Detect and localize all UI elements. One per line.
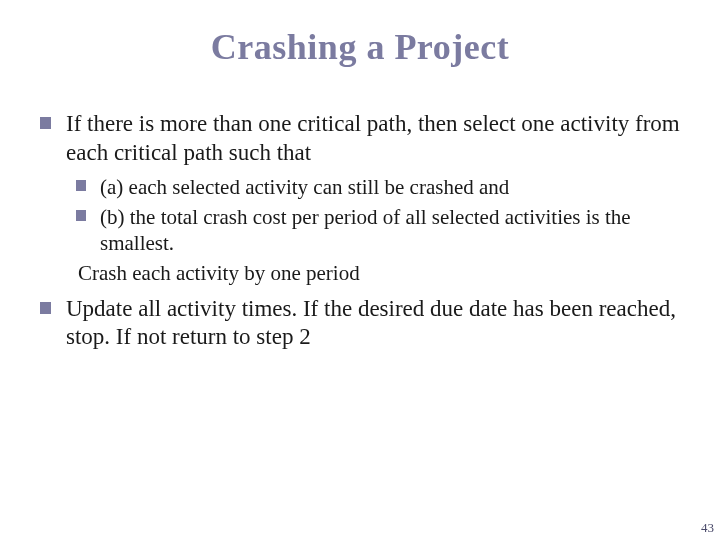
page-number: 43 [701, 520, 714, 536]
list-item: If there is more than one critical path,… [40, 110, 684, 287]
sub-list: (a) each selected activity can still be … [66, 174, 684, 287]
list-item-text: (b) the total crash cost per period of a… [100, 205, 631, 255]
list-item-text: If there is more than one critical path,… [66, 111, 680, 165]
list-item-text: Crash each activity by one period [78, 261, 360, 285]
list-item-text: Update all activity times. If the desire… [66, 296, 676, 350]
bullet-list: If there is more than one critical path,… [36, 110, 684, 352]
list-item: Crash each activity by one period [76, 260, 684, 286]
list-item: (b) the total crash cost per period of a… [76, 204, 684, 257]
list-item: (a) each selected activity can still be … [76, 174, 684, 200]
list-item-text: (a) each selected activity can still be … [100, 175, 509, 199]
list-item: Update all activity times. If the desire… [40, 295, 684, 353]
slide: Crashing a Project If there is more than… [0, 0, 720, 540]
slide-title: Crashing a Project [36, 26, 684, 68]
